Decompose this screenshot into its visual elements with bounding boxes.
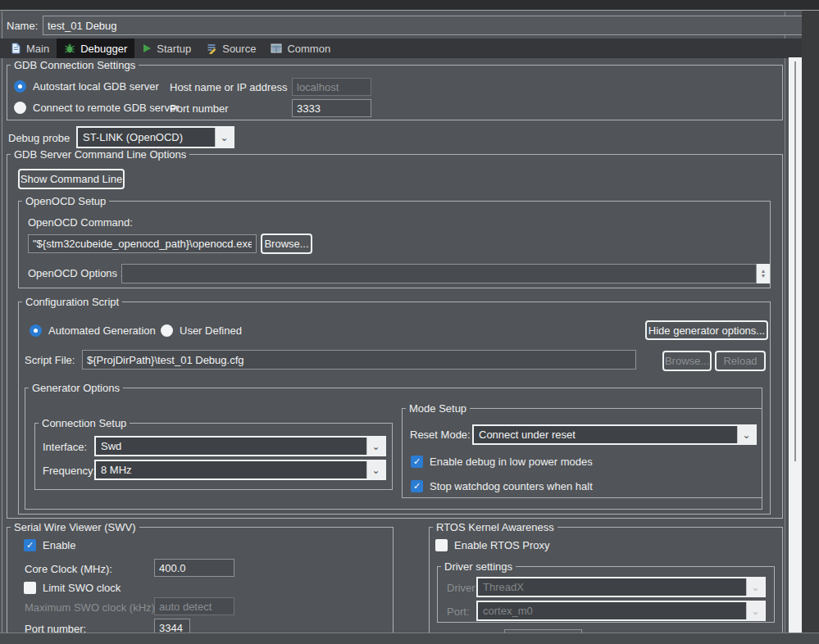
- spinner-down-icon[interactable]: ▼: [761, 274, 767, 279]
- core-clock-input[interactable]: [154, 559, 234, 577]
- tab-common-label: Common: [287, 43, 330, 55]
- debug-probe-select[interactable]: ST-LINK (OpenOCD) ⌄: [76, 126, 234, 148]
- rtos-port-value: cortex_m0: [478, 602, 746, 619]
- user-defined-radio-label: User Defined: [180, 324, 242, 337]
- radio-unselected-icon[interactable]: [161, 324, 173, 337]
- connection-setup-title: Connection Setup: [39, 417, 130, 429]
- configuration-script-title: Configuration Script: [22, 296, 122, 308]
- tab-debugger[interactable]: Debugger: [57, 39, 134, 58]
- tab-startup[interactable]: Startup: [134, 39, 198, 58]
- openocd-options-input[interactable]: [121, 264, 757, 283]
- tab-debugger-label: Debugger: [80, 43, 127, 55]
- tab-source[interactable]: Source: [198, 39, 263, 58]
- remote-gdb-radio-label: Connect to remote GDB server: [33, 102, 179, 114]
- user-defined-radio-row[interactable]: User Defined: [161, 324, 242, 337]
- tab-common[interactable]: Common: [263, 39, 338, 58]
- swv-title: Serial Wire Viewer (SWV): [11, 521, 139, 533]
- gdb-server-options-title: GDB Server Command Line Options: [11, 148, 189, 161]
- tab-source-label: Source: [222, 43, 256, 55]
- window-bottom-strip: [0, 633, 819, 644]
- autostart-gdb-radio-label: Autostart local GDB server: [33, 80, 159, 93]
- check-icon: ✓: [26, 541, 34, 550]
- automated-generation-radio-row[interactable]: Automated Generation: [30, 324, 156, 337]
- generator-options-title: Generator Options: [29, 382, 123, 394]
- openocd-setup-title: OpenOCD Setup: [22, 195, 109, 207]
- script-file-label: Script File:: [25, 354, 75, 366]
- check-icon: ✓: [413, 457, 421, 466]
- interface-select[interactable]: Swd ⌄: [94, 436, 386, 456]
- host-name-label: Host name or IP address: [170, 81, 288, 93]
- interface-label: Interface:: [43, 441, 87, 453]
- port-number-input[interactable]: [292, 99, 371, 117]
- driver-value: ThreadX: [478, 578, 746, 596]
- checkbox-checked-icon[interactable]: ✓: [24, 539, 36, 551]
- low-power-checkbox-label: Enable debug in low power modes: [430, 456, 593, 468]
- openocd-browse-button[interactable]: Browse...: [261, 234, 312, 254]
- openocd-command-input[interactable]: [28, 234, 257, 253]
- openocd-options-spinner[interactable]: ▲ ▼: [757, 264, 770, 283]
- chevron-down-icon[interactable]: ⌄: [737, 426, 755, 443]
- chevron-down-icon: ⌄: [746, 578, 764, 596]
- rtos-proxy-checkbox-label: Enable RTOS Proxy: [454, 539, 550, 551]
- rtos-port-select: cortex_m0 ⌄: [476, 601, 766, 621]
- mode-setup-title: Mode Setup: [406, 402, 470, 415]
- tab-main-label: Main: [26, 43, 49, 55]
- source-icon: [206, 43, 217, 54]
- limit-swo-checkbox-row[interactable]: Limit SWO clock: [24, 582, 121, 594]
- radio-selected-icon[interactable]: [30, 324, 42, 337]
- remote-gdb-radio-row[interactable]: Connect to remote GDB server: [14, 102, 179, 114]
- radio-selected-icon[interactable]: [14, 80, 26, 93]
- frequency-select[interactable]: 8 MHz ⌄: [94, 460, 386, 480]
- checkbox-checked-icon[interactable]: ✓: [411, 480, 423, 492]
- watchdog-checkbox-label: Stop watchdog counters when halt: [430, 480, 593, 492]
- checkbox-checked-icon[interactable]: ✓: [411, 456, 423, 468]
- max-swo-clock-label: Maximum SWO clock (kHz):: [25, 601, 158, 614]
- panel-left-border: [2, 11, 2, 633]
- chevron-down-icon[interactable]: ⌄: [366, 461, 384, 478]
- swv-enable-checkbox-row[interactable]: ✓ Enable: [24, 539, 75, 551]
- tab-bar: Main Debugger Startup Source: [0, 39, 819, 58]
- rtos-port-label: Port:: [447, 605, 469, 618]
- port-number-label: Port number: [170, 102, 229, 115]
- limit-swo-checkbox-label: Limit SWO clock: [43, 582, 121, 594]
- window-right-margin: [802, 11, 819, 644]
- chevron-down-icon[interactable]: ⌄: [366, 438, 384, 455]
- low-power-checkbox-row[interactable]: ✓ Enable debug in low power modes: [411, 456, 593, 468]
- gdb-connection-settings-title: GDB Connection Settings: [11, 59, 139, 71]
- window-top-strip: [0, 0, 819, 11]
- radio-unselected-icon[interactable]: [14, 102, 26, 114]
- frequency-value: 8 MHz: [96, 461, 366, 478]
- autostart-gdb-radio-row[interactable]: Autostart local GDB server: [14, 80, 159, 93]
- check-icon: ✓: [413, 482, 421, 491]
- bug-icon: [64, 43, 75, 54]
- tab-startup-label: Startup: [157, 43, 191, 55]
- swv-enable-checkbox-label: Enable: [43, 539, 75, 551]
- script-file-input[interactable]: [82, 350, 636, 370]
- watchdog-checkbox-row[interactable]: ✓ Stop watchdog counters when halt: [411, 480, 593, 492]
- document-icon: [11, 43, 21, 54]
- reset-mode-select[interactable]: Connect under reset ⌄: [472, 424, 757, 445]
- chevron-down-icon[interactable]: ⌄: [215, 128, 233, 147]
- show-command-line-button[interactable]: Show Command Line: [18, 169, 125, 189]
- automated-generation-radio-label: Automated Generation: [48, 324, 156, 337]
- script-browse-button: Browse...: [662, 351, 712, 371]
- script-reload-button: Reload: [715, 351, 766, 371]
- scrollbar-thumb[interactable]: [794, 61, 796, 461]
- debug-probe-label: Debug probe: [8, 132, 70, 144]
- tab-main[interactable]: Main: [3, 39, 57, 58]
- host-name-input: [292, 78, 371, 96]
- reset-mode-label: Reset Mode:: [410, 429, 471, 441]
- vertical-scrollbar[interactable]: [789, 57, 802, 633]
- play-icon: [142, 43, 152, 53]
- checkbox-unchecked-icon[interactable]: [24, 582, 36, 594]
- name-input[interactable]: [43, 16, 808, 35]
- driver-select: ThreadX ⌄: [476, 577, 766, 597]
- checkbox-unchecked-icon[interactable]: [435, 539, 448, 551]
- rtos-proxy-checkbox-row[interactable]: Enable RTOS Proxy: [435, 539, 550, 551]
- openocd-options-label: OpenOCD Options :: [28, 267, 123, 279]
- hide-generator-options-button[interactable]: Hide generator options...: [645, 320, 768, 340]
- interface-value: Swd: [96, 438, 366, 455]
- max-swo-clock-input: [154, 597, 234, 615]
- name-label: Name:: [7, 20, 38, 32]
- core-clock-label: Core Clock (MHz):: [25, 563, 112, 575]
